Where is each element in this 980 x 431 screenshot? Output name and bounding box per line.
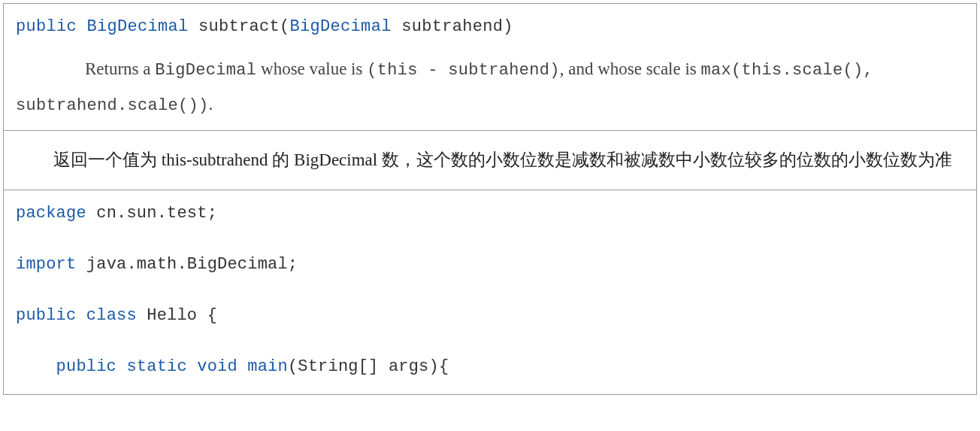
chinese-text: 返回一个值为 this-subtrahend 的 BigDecimal 数，这个… <box>19 143 961 178</box>
method-name-open: subtract( <box>198 17 290 36</box>
main-rest: (String[] args){ <box>288 357 449 376</box>
cls-sp1 <box>76 306 86 325</box>
keyword-public-3: public <box>56 357 116 376</box>
desc-t3: , and whose scale is <box>560 59 701 78</box>
code-line-package: package cn.sun.test; <box>16 196 964 231</box>
keyword-class: class <box>86 306 137 325</box>
sig-space2 <box>189 17 199 36</box>
package-rest: cn.sun.test; <box>86 204 217 223</box>
desc-m2: (this - subtrahend) <box>367 61 560 80</box>
chinese-translation-cell: 返回一个值为 this-subtrahend 的 BigDecimal 数，这个… <box>4 131 976 190</box>
method-signature: public BigDecimal subtract(BigDecimal su… <box>16 11 964 43</box>
keyword-static: static <box>126 357 186 376</box>
blank-line-2 <box>16 282 964 299</box>
document-table: public BigDecimal subtract(BigDecimal su… <box>3 3 977 395</box>
m-sp2 <box>187 357 197 376</box>
keyword-void: void <box>197 357 237 376</box>
code-line-import: import java.math.BigDecimal; <box>16 247 964 282</box>
type-bigdecimal-2: BigDecimal <box>290 17 392 36</box>
keyword-public-2: public <box>16 306 76 325</box>
blank-line-3 <box>16 333 964 350</box>
code-line-class: public class Hello { <box>16 299 964 333</box>
desc-t4: . <box>209 95 213 114</box>
desc-m1: BigDecimal <box>155 61 256 80</box>
keyword-package: package <box>16 204 86 223</box>
method-description: Returns a BigDecimal whose value is (thi… <box>16 52 964 123</box>
desc-t1: Returns a <box>85 59 155 78</box>
m-sp3 <box>237 357 247 376</box>
api-description-cell: public BigDecimal subtract(BigDecimal su… <box>4 4 976 131</box>
keyword-import: import <box>16 255 76 274</box>
type-bigdecimal-1: BigDecimal <box>87 17 189 36</box>
sig-space1 <box>77 17 87 36</box>
function-main: main <box>247 357 288 376</box>
import-rest: java.math.BigDecimal; <box>76 255 298 274</box>
m-sp1 <box>116 357 126 376</box>
desc-t2: whose value is <box>256 59 367 78</box>
param-close: subtrahend) <box>392 17 513 36</box>
keyword-public: public <box>16 17 77 36</box>
blank-line-1 <box>16 231 964 247</box>
code-line-main: public static void main(String[] args){ <box>16 350 964 384</box>
class-rest: Hello { <box>137 306 217 325</box>
code-example-cell: package cn.sun.test; import java.math.Bi… <box>4 190 976 394</box>
indent <box>16 357 56 376</box>
